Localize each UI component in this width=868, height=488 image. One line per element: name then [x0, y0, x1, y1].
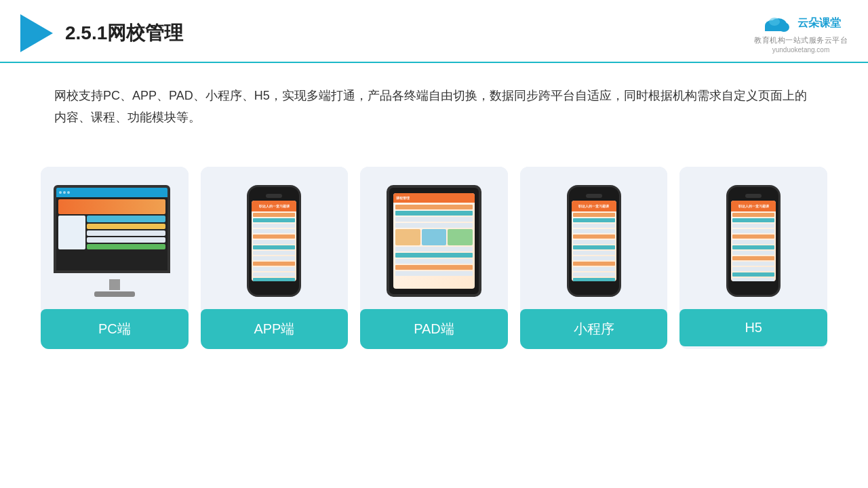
- page-title: 2.5.1网校管理: [65, 20, 183, 46]
- card-h5-label: H5: [679, 309, 827, 346]
- card-pc: PC端: [41, 167, 189, 349]
- header-left: 2.5.1网校管理: [20, 14, 183, 52]
- brand-slogan: 教育机构一站式服务云平台: [754, 35, 848, 45]
- card-h5: 职达人的一堂习题课: [679, 167, 827, 349]
- description-text: 网校支持PC、APP、PAD、小程序、H5，实现多端打通，产品各终端自由切换，数…: [0, 63, 868, 140]
- brand-url: yunduoketang.com: [772, 46, 830, 54]
- h5-device-icon: 职达人的一堂习题课: [726, 185, 781, 297]
- mini-program-device-icon: 职达人的一堂习题课: [567, 185, 621, 297]
- brand-name: 云朵课堂: [797, 16, 841, 30]
- logo-triangle-icon: [20, 14, 53, 52]
- card-mini-label: 小程序: [520, 309, 668, 349]
- card-app-label: APP端: [201, 309, 349, 349]
- header: 2.5.1网校管理 云朵课堂 教育机构一站式服务云平台 yunduoketang…: [0, 0, 868, 63]
- svg-point-4: [769, 18, 780, 26]
- card-app-image: 职达人的一堂习题课: [201, 167, 349, 309]
- card-pc-image: [41, 167, 189, 309]
- card-mini-program: 职达人的一堂习题课: [520, 167, 668, 349]
- card-pc-label: PC端: [41, 309, 189, 349]
- pc-device-icon: [54, 185, 176, 297]
- card-h5-image: 职达人的一堂习题课: [679, 167, 827, 309]
- pad-device-icon: 课程管理: [387, 185, 481, 297]
- card-mini-image: 职达人的一堂习题课: [520, 167, 668, 309]
- app-device-icon: 职达人的一堂习题课: [247, 185, 301, 297]
- card-pad: 课程管理: [360, 167, 508, 349]
- svg-rect-3: [765, 26, 787, 31]
- brand-area: 云朵课堂 教育机构一站式服务云平台 yunduoketang.com: [754, 12, 848, 54]
- card-pad-label: PAD端: [360, 309, 508, 349]
- platform-cards: PC端 职达人的一堂习题课: [0, 146, 868, 369]
- cloud-logo-icon: [761, 12, 792, 34]
- card-app: 职达人的一堂习题课: [201, 167, 349, 349]
- brand-logo: 云朵课堂: [761, 12, 841, 34]
- card-pad-image: 课程管理: [360, 167, 508, 309]
